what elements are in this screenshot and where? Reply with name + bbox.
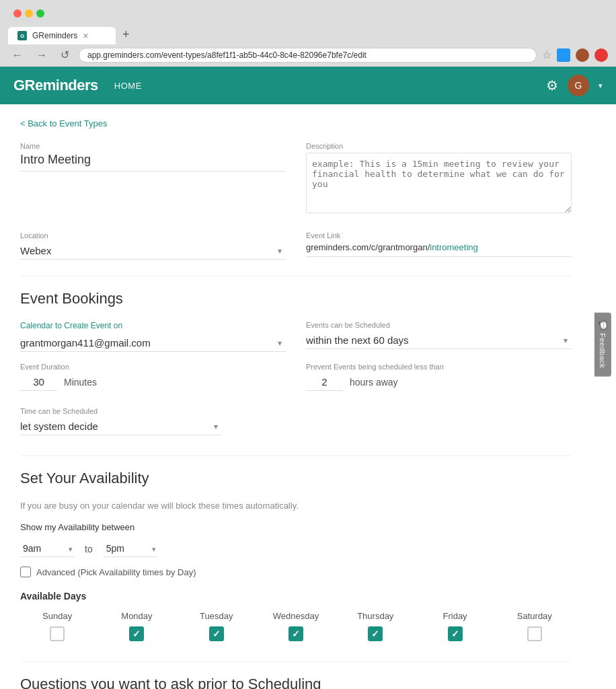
day-col-wednesday: Wednesday (259, 611, 333, 641)
available-days-section: Available Days Sunday Monday Tuesday (20, 591, 572, 641)
time-select[interactable]: let system decide (20, 418, 222, 435)
time-label: Time can be Scheduled (20, 407, 572, 415)
event-link-value[interactable]: intromeeting (430, 242, 478, 252)
description-textarea[interactable] (306, 153, 572, 213)
back-button[interactable]: ← (8, 48, 27, 63)
section-divider-2 (20, 456, 572, 456)
tab-close-button[interactable]: × (83, 31, 88, 40)
user-menu-arrow[interactable]: ▾ (599, 81, 603, 90)
questions-section: Questions you want to ask prior to Sched… (20, 676, 572, 689)
close-dot[interactable] (13, 9, 22, 17)
days-grid: Sunday Monday Tuesday Wedn (20, 611, 572, 641)
day-name-monday: Monday (121, 611, 152, 621)
availability-section: Set Your Availability If you are busy on… (20, 470, 572, 641)
day-check-thursday[interactable] (368, 626, 383, 641)
event-link-prefix: greminders.com/c/grantmorgan/ (306, 242, 430, 252)
day-name-friday: Friday (443, 611, 467, 621)
day-col-saturday: Saturday (498, 611, 572, 641)
day-check-tuesday[interactable] (209, 626, 224, 641)
address-bar-row: ← → ↺ app.greminders.com/event-types/a8f… (0, 44, 616, 67)
scheduled-select[interactable]: within the next 60 days (306, 332, 572, 349)
avatar[interactable]: G (568, 75, 589, 96)
to-select-wrapper: 5pm 4pm 6pm (104, 540, 157, 557)
window-dots (8, 5, 50, 22)
scheduled-select-wrapper: within the next 60 days (306, 332, 572, 349)
settings-icon[interactable]: ⚙ (546, 77, 558, 94)
advanced-checkbox-row: Advanced (Pick Availability times by Day… (20, 567, 572, 577)
maximize-dot[interactable] (36, 9, 44, 17)
duration-input[interactable] (20, 373, 57, 391)
calendar-select[interactable]: grantmorgan411@gmail.com (20, 334, 286, 352)
location-select-wrapper: Webex (20, 242, 286, 260)
nav-icons: ⚙ G ▾ (546, 75, 603, 96)
prevent-input[interactable] (306, 373, 343, 391)
calendar-select-wrapper: grantmorgan411@gmail.com (20, 334, 286, 352)
advanced-checkbox[interactable] (20, 567, 31, 577)
section-divider-3 (20, 661, 572, 662)
app-logo: GReminders (13, 77, 98, 94)
time-section: Time can be Scheduled let system decide (20, 407, 572, 435)
location-select[interactable]: Webex (20, 242, 286, 260)
scheduled-label: Events can be Scheduled (306, 321, 572, 329)
day-check-monday[interactable] (129, 626, 144, 641)
reload-button[interactable]: ↺ (56, 47, 73, 63)
active-tab[interactable]: G GReminders × (8, 27, 116, 44)
questions-title: Questions you want to ask prior to Sched… (20, 676, 572, 689)
day-col-sunday: Sunday (20, 611, 94, 641)
duration-col: Event Duration Minutes (20, 363, 286, 391)
day-check-saturday[interactable] (527, 626, 542, 641)
bookmark-icon[interactable]: ☆ (542, 48, 551, 61)
day-check-sunday[interactable] (50, 626, 65, 641)
to-time-select[interactable]: 5pm 4pm 6pm (104, 540, 157, 557)
name-description-row: Name Intro Meeting Description (20, 142, 572, 215)
name-label: Name (20, 142, 286, 150)
extension-icon-2[interactable] (576, 48, 589, 62)
event-link-row: greminders.com/c/grantmorgan/ intromeeti… (306, 242, 572, 257)
range-label: Show my Availability between (20, 522, 134, 532)
avatar-text: G (575, 80, 582, 91)
main-content: < Back to Event Types Name Intro Meeting… (0, 104, 592, 689)
day-check-wednesday[interactable] (288, 626, 303, 641)
feedback-tab[interactable]: 💬 Feedback (594, 313, 611, 377)
home-link[interactable]: HOME (114, 81, 142, 91)
feedback-label: Feedback (599, 333, 607, 368)
browser-tab-bar: G GReminders × + (0, 24, 616, 44)
day-name-thursday: Thursday (357, 611, 393, 621)
day-name-sunday: Sunday (42, 611, 72, 621)
from-time-select[interactable]: 9am 8am 10am (20, 540, 74, 557)
extension-icon-1[interactable] (557, 48, 570, 62)
address-input[interactable]: app.greminders.com/event-types/a8fef1f1-… (79, 48, 537, 63)
day-name-wednesday: Wednesday (273, 611, 319, 621)
address-url: app.greminders.com/event-types/a8fef1f1-… (87, 50, 367, 60)
time-select-wrapper: let system decide (20, 418, 222, 435)
tab-favicon: G (17, 31, 27, 40)
forward-button[interactable]: → (32, 48, 51, 63)
browser-chrome (0, 0, 616, 24)
availability-range-row: 9am 8am 10am to 5pm 4pm 6pm (20, 540, 572, 557)
extension-icon-3[interactable] (594, 48, 608, 62)
new-tab-button[interactable]: + (116, 24, 137, 44)
prevent-label: Prevent Events being scheduled less than (306, 363, 572, 371)
event-link-field-col: Event Link greminders.com/c/grantmorgan/… (306, 231, 572, 260)
tab-title: GReminders (32, 31, 77, 40)
calendar-col: Calendar to Create Event on grantmorgan4… (20, 321, 286, 352)
day-col-thursday: Thursday (338, 611, 412, 641)
day-col-friday: Friday (418, 611, 492, 641)
back-to-event-types-link[interactable]: < Back to Event Types (20, 118, 107, 129)
app-container: GReminders HOME ⚙ G ▾ < Back to Event Ty… (0, 67, 616, 689)
name-field-col: Name Intro Meeting (20, 142, 286, 215)
minimize-dot[interactable] (25, 9, 33, 17)
available-days-title: Available Days (20, 591, 572, 602)
description-field-col: Description (306, 142, 572, 215)
event-link-label: Event Link (306, 231, 572, 240)
day-check-friday[interactable] (448, 626, 463, 641)
availability-title: Set Your Availability (20, 470, 572, 487)
prevent-unit: hours away (350, 377, 398, 388)
prevent-field: hours away (306, 373, 572, 391)
availability-subtitle: If you are busy on your calendar we will… (20, 501, 572, 511)
section-divider-1 (20, 276, 572, 277)
description-label: Description (306, 142, 572, 150)
advanced-label[interactable]: Advanced (Pick Availability times by Day… (36, 567, 196, 577)
location-field-col: Location Webex (20, 231, 286, 260)
name-value: Intro Meeting (20, 153, 286, 172)
